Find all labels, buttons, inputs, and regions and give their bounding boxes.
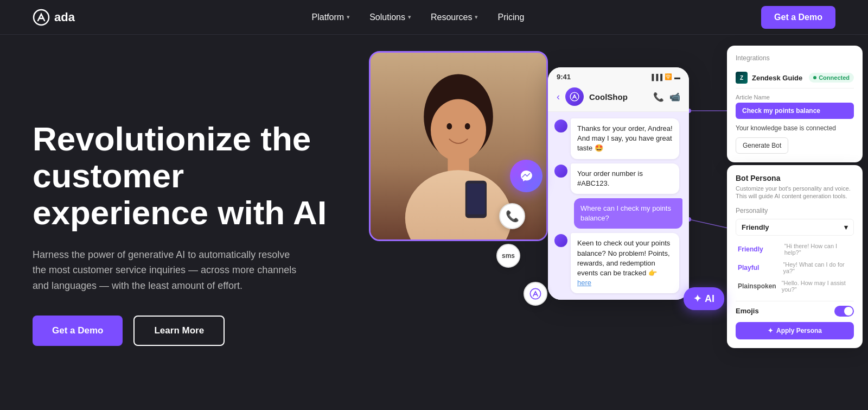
messenger-channel-icon[interactable]: [510, 160, 542, 192]
ada-logo-icon: [33, 9, 50, 26]
back-icon[interactable]: ‹: [557, 91, 560, 103]
nav-solutions[interactable]: Solutions ▾: [369, 12, 411, 22]
call-icon[interactable]: 📞: [653, 92, 664, 102]
chat-bubble-bot-2: Your order number is #ABC123.: [571, 163, 679, 194]
chat-header: ‹ CoolShop 📞 📹: [548, 83, 689, 112]
chat-bot-avatar: [565, 87, 584, 106]
personality-label: Personality: [736, 207, 854, 215]
solutions-chevron-icon: ▾: [408, 14, 411, 21]
nav-get-demo-button[interactable]: Get a Demo: [761, 6, 835, 29]
nav-links: Platform ▾ Solutions ▾ Resources ▾ Prici…: [312, 12, 525, 22]
navbar: ada Platform ▾ Solutions ▾ Resources ▾ P…: [0, 0, 868, 35]
svg-rect-9: [467, 184, 485, 215]
hero-headline: Revolutionize the customer experience wi…: [33, 121, 336, 232]
chat-message-3: Keen to check out your points balance? N…: [554, 233, 682, 293]
generate-bot-button[interactable]: Generate Bot: [736, 137, 788, 154]
chat-bot-name: CoolShop: [589, 92, 648, 102]
chat-message-user-1: Where can I check my points balance?: [574, 198, 682, 229]
logo[interactable]: ada: [33, 9, 75, 26]
toggle-knob: [844, 307, 853, 316]
article-name-label: Article Name: [736, 94, 854, 100]
connected-dot: [813, 76, 816, 79]
persona-option-plainspoken[interactable]: Plainspoken "Hello. How may I assist you…: [736, 277, 854, 295]
sms-channel-icon[interactable]: sms: [496, 244, 520, 268]
platform-chevron-icon: ▾: [347, 14, 350, 21]
emojis-toggle[interactable]: [834, 306, 854, 317]
hero-learn-more-button[interactable]: Learn More: [133, 316, 225, 346]
chat-bubble-bot-3: Keen to check out your points balance? N…: [571, 233, 679, 293]
bot-avatar-small-2: [554, 165, 567, 178]
hero-subtext: Harness the power of generative AI to au…: [33, 247, 304, 294]
zendesk-icon: Z: [736, 72, 748, 84]
chat-header-actions: 📞 📹: [653, 92, 680, 102]
personality-select[interactable]: Friendly ▾: [736, 219, 854, 236]
integrations-title: Integrations: [736, 54, 854, 62]
signal-icon: ▐▐▐: [650, 74, 662, 80]
persona-option-friendly[interactable]: Friendly "Hi there! How can I help?": [736, 240, 854, 258]
integrations-panel: Integrations Z Zendesk Guide Connected A…: [727, 46, 863, 162]
svg-point-12: [570, 92, 579, 101]
battery-icon: ▬: [674, 74, 680, 80]
zendesk-integration-row: Z Zendesk Guide Connected: [736, 67, 854, 89]
phone-icon-glyph: 📞: [506, 210, 519, 223]
svg-point-6: [446, 123, 452, 130]
ada-small-logo-icon: [529, 288, 541, 300]
here-link[interactable]: here: [577, 279, 591, 287]
svg-point-7: [465, 123, 470, 130]
video-icon[interactable]: 📹: [669, 92, 680, 102]
bot-avatar-small-1: [554, 119, 567, 133]
zendesk-integration-name: Z Zendesk Guide: [736, 72, 802, 84]
hero-get-demo-button[interactable]: Get a Demo: [33, 316, 123, 346]
resources-chevron-icon: ▾: [475, 14, 478, 21]
nav-pricing[interactable]: Pricing: [497, 12, 524, 22]
persona-option-playful[interactable]: Playful "Hey! What can I do for ya?": [736, 258, 854, 277]
svg-point-0: [34, 10, 49, 25]
bot-avatar-small-3: [554, 234, 567, 247]
hero-text-block: Revolutionize the customer experience wi…: [33, 121, 336, 346]
svg-point-3: [431, 99, 486, 161]
phone-status-bar: 9:41 ▐▐▐ 🛜 ▬: [548, 67, 689, 83]
chat-bubble-bot-1: Thanks for your order, Andrea! And may I…: [571, 118, 679, 159]
chat-message-2: Your order number is #ABC123.: [554, 163, 682, 194]
emojis-label: Emojis: [736, 307, 759, 315]
nav-platform[interactable]: Platform ▾: [312, 12, 350, 22]
personality-chevron-icon: ▾: [844, 223, 848, 231]
ai-label: AI: [705, 293, 714, 305]
ada-channel-icon[interactable]: [524, 282, 547, 306]
apply-persona-button[interactable]: Apply Persona: [736, 322, 854, 339]
emojis-toggle-row: Emojis: [736, 301, 854, 317]
chat-phone-mockup: 9:41 ▐▐▐ 🛜 ▬ ‹ CoolShop 📞 📹: [548, 67, 689, 300]
svg-point-11: [530, 288, 540, 299]
bot-persona-title: Bot Persona: [736, 174, 854, 182]
phone-status-icons: ▐▐▐ 🛜 ▬: [650, 73, 680, 80]
chat-message-1: Thanks for your order, Andrea! And may I…: [554, 118, 682, 159]
logo-text: ada: [54, 10, 75, 24]
ai-sparkle-icon: ✦: [693, 293, 701, 305]
chat-messages-container: Thanks for your order, Andrea! And may I…: [548, 112, 689, 300]
ai-badge: ✦ AI: [684, 287, 724, 310]
phone-channel-icon[interactable]: 📞: [499, 203, 525, 229]
knowledge-base-text: Your knowledge base is connected: [736, 124, 854, 132]
personality-selected-value: Friendly: [742, 223, 769, 231]
check-balance-button[interactable]: Check my points balance: [736, 103, 854, 119]
bot-persona-panel: Bot Persona Customize your bot's persona…: [727, 165, 863, 348]
connected-badge: Connected: [809, 73, 854, 83]
wifi-icon: 🛜: [665, 73, 672, 80]
hero-section: Revolutionize the customer experience wi…: [0, 35, 868, 410]
hero-visuals: 📞 sms 9:41 ▐▐▐ 🛜 ▬ ‹: [336, 35, 868, 410]
nav-resources[interactable]: Resources ▾: [431, 12, 478, 22]
sms-icon-text: sms: [502, 252, 515, 260]
phone-time: 9:41: [557, 73, 571, 81]
hero-buttons: Get a Demo Learn More: [33, 316, 336, 346]
bot-persona-subtitle: Customize your bot's personality and voi…: [736, 185, 854, 200]
